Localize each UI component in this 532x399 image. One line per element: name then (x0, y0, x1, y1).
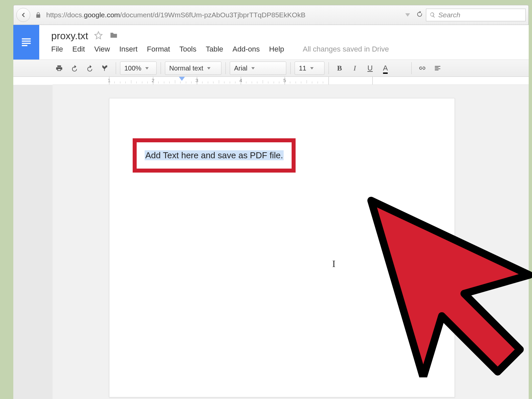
url-domain: google.com (84, 11, 120, 19)
zoom-value: 100% (124, 65, 141, 72)
ruler-number: 3 (196, 77, 198, 83)
star-button[interactable] (94, 31, 103, 41)
paragraph-style-select[interactable]: Normal text (165, 62, 221, 75)
toolbar-separator (161, 62, 161, 74)
reload-icon (416, 11, 423, 18)
paint-format-icon (101, 65, 109, 72)
font-size-value: 11 (299, 65, 306, 72)
chevron-down-icon (251, 67, 255, 69)
browser-toolbar: https://docs.google.com/document/d/19WmS… (13, 5, 529, 25)
underline-button[interactable]: U (363, 62, 377, 75)
ruler-number: 1 (108, 77, 110, 83)
print-button[interactable] (53, 62, 66, 75)
menu-addons[interactable]: Add-ons (232, 45, 260, 54)
document-title[interactable]: proxy.txt (51, 30, 88, 42)
arrow-left-icon (20, 12, 27, 18)
font-select[interactable]: Arial (230, 62, 286, 75)
ruler-number: 5 (283, 77, 286, 83)
menu-bar: File Edit View Insert Format Tools Table… (51, 45, 529, 54)
horizontal-ruler[interactable]: 1 2 3 4 5 (53, 77, 529, 85)
font-value: Arial (234, 65, 247, 72)
browser-search-box[interactable]: Search (426, 9, 526, 21)
bold-button[interactable]: B (333, 62, 346, 75)
toolbar-separator (290, 62, 291, 74)
menu-insert[interactable]: Insert (119, 45, 138, 54)
menu-table[interactable]: Table (206, 45, 223, 54)
menu-file[interactable]: File (51, 45, 63, 54)
docs-app: proxy.txt File Edit View Insert Format T… (13, 25, 529, 399)
link-icon (419, 65, 426, 72)
reload-button[interactable] (416, 11, 423, 19)
chevron-down-icon (207, 67, 210, 69)
insert-link-button[interactable] (416, 62, 429, 75)
toolbar-separator (116, 62, 116, 74)
folder-icon (109, 31, 119, 40)
chevron-down-icon (310, 67, 314, 69)
url-suffix: /document/d/19WmS6fUm-pzAbOu3TjbprTTqDP8… (120, 11, 306, 19)
document-body-text[interactable]: Add Text here and save as PDF file. (145, 150, 284, 160)
paint-format-button[interactable] (98, 62, 112, 75)
toolbar-separator (329, 62, 329, 74)
zoom-select[interactable]: 100% (120, 62, 157, 75)
menu-edit[interactable]: Edit (72, 45, 85, 54)
back-button[interactable] (16, 8, 30, 22)
undo-icon (71, 65, 78, 72)
paragraph-style-value: Normal text (169, 65, 203, 72)
menu-tools[interactable]: Tools (179, 45, 196, 54)
redo-icon (86, 65, 93, 72)
menu-format[interactable]: Format (147, 45, 170, 54)
star-icon (94, 31, 103, 40)
annotation-highlight-box: Add Text here and save as PDF file. (133, 138, 296, 173)
print-icon (56, 65, 63, 72)
docs-header: proxy.txt File Edit View Insert Format T… (13, 25, 529, 60)
italic-button[interactable]: I (348, 62, 361, 75)
text-color-button[interactable]: A (379, 62, 392, 75)
move-to-folder-button[interactable] (109, 31, 119, 41)
redo-button[interactable] (83, 62, 96, 75)
cursor-arrow-icon (346, 191, 532, 377)
text-caret-icon: I (332, 258, 335, 269)
docs-logo[interactable] (13, 25, 39, 60)
url-prefix: https://docs. (46, 11, 84, 19)
docs-icon (20, 36, 33, 49)
ruler-number: 2 (152, 77, 154, 83)
chevron-down-icon (145, 67, 149, 69)
search-icon (430, 12, 436, 18)
align-button[interactable] (431, 62, 444, 75)
menu-view[interactable]: View (94, 45, 110, 54)
lock-icon (35, 12, 42, 18)
menu-help[interactable]: Help (269, 45, 284, 54)
annotation-cursor-arrow (346, 191, 532, 377)
address-bar[interactable]: https://docs.google.com/document/d/19WmS… (44, 11, 399, 19)
formatting-toolbar: 100% Normal text Arial 11 B I U A (13, 60, 529, 77)
text-color-dropdown[interactable] (394, 62, 407, 75)
search-placeholder: Search (438, 11, 461, 19)
text-color-label: A (383, 64, 388, 72)
toolbar-separator (411, 62, 412, 74)
align-left-icon (434, 65, 441, 72)
font-size-select[interactable]: 11 (295, 62, 325, 75)
undo-button[interactable] (68, 62, 81, 75)
save-status: All changes saved in Drive (303, 45, 389, 54)
url-dropdown-icon[interactable] (405, 13, 410, 17)
toolbar-separator (225, 62, 226, 74)
ruler-number: 4 (239, 77, 242, 83)
